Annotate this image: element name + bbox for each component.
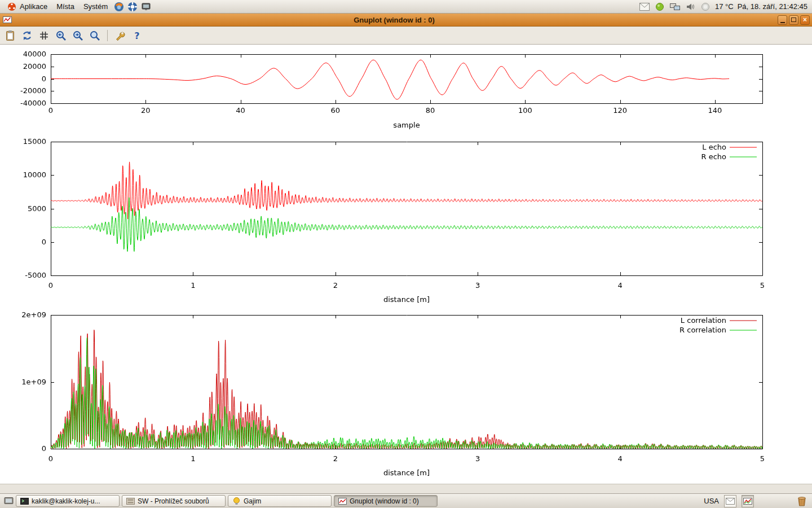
configure-button[interactable] xyxy=(113,29,127,42)
taskbar-item-gnuplot[interactable]: Gnuplot (window id : 0) xyxy=(334,495,438,507)
mail-tray-icon[interactable] xyxy=(724,495,736,507)
ubuntu-logo-icon xyxy=(7,2,17,12)
help-button[interactable]: ? xyxy=(130,29,144,42)
weather-icon[interactable] xyxy=(700,1,711,12)
zoom-default-button[interactable] xyxy=(88,29,102,42)
menu-places-label: Místa xyxy=(56,2,74,11)
gnuplot-plots-canvas xyxy=(0,45,812,484)
menu-applications-label: Aplikace xyxy=(20,2,47,11)
taskbar-item-gajim[interactable]: Gajim xyxy=(228,495,332,507)
taskbar-item-label: kaklik@kaklik-kolej-u... xyxy=(32,497,100,505)
gnuplot-plot-area xyxy=(0,45,812,484)
close-button[interactable]: × xyxy=(800,15,810,25)
keyboard-layout-indicator[interactable]: USA xyxy=(704,497,719,505)
menu-system-label: Systém xyxy=(83,2,108,11)
copy-plot-button[interactable] xyxy=(3,29,17,42)
window-titlebar[interactable]: Gnuplot (window id : 0) × xyxy=(0,14,812,27)
minimize-button[interactable] xyxy=(778,15,787,25)
bottom-panel: kaklik@kaklik-kolej-u... SW - Prohlížeč … xyxy=(0,493,812,508)
taskbar-item-terminal[interactable]: kaklik@kaklik-kolej-u... xyxy=(16,495,120,507)
terminal-icon xyxy=(20,497,29,506)
toggle-grid-button[interactable] xyxy=(37,29,51,42)
taskbar-item-label: Gnuplot (window id : 0) xyxy=(350,497,419,505)
maximize-icon xyxy=(791,17,796,22)
gajim-icon xyxy=(232,497,241,506)
svg-text:?: ? xyxy=(134,30,139,41)
bottom-panel-tray: USA xyxy=(704,494,810,508)
window-bottom-border xyxy=(0,484,812,493)
help-launcher-icon[interactable] xyxy=(126,1,139,13)
minimize-icon xyxy=(780,22,785,23)
taskbar-item-file-manager[interactable]: SW - Prohlížeč souborů xyxy=(122,495,226,507)
mail-notification-icon[interactable] xyxy=(639,1,650,12)
monitor-launcher-icon[interactable] xyxy=(139,1,153,13)
gnuplot-toolbar: ? xyxy=(0,27,812,45)
temperature-label[interactable]: 17 °C xyxy=(715,2,734,11)
taskbar-item-label: Gajim xyxy=(244,497,261,505)
volume-icon[interactable] xyxy=(685,1,696,12)
panel-menus: Aplikace Místa Systém xyxy=(2,0,153,13)
toolbar-separator xyxy=(107,30,108,41)
menu-system[interactable]: Systém xyxy=(79,0,112,13)
menu-applications[interactable]: Aplikace xyxy=(2,0,52,13)
zoom-next-button[interactable] xyxy=(71,29,85,42)
show-desktop-icon[interactable] xyxy=(2,495,16,507)
gajim-status-icon[interactable] xyxy=(654,1,665,12)
taskbar-item-label: SW - Prohlížeč souborů xyxy=(138,497,209,505)
file-manager-icon xyxy=(126,497,135,506)
gnuplot-icon xyxy=(338,497,347,506)
gnuplot-window-icon xyxy=(2,15,12,25)
desktop: Aplikace Místa Systém xyxy=(0,0,812,508)
system-tray: 17 °C Pá, 18. září, 21:42:45 xyxy=(639,0,810,13)
replot-button[interactable] xyxy=(20,29,34,42)
clock[interactable]: Pá, 18. září, 21:42:45 xyxy=(738,2,807,11)
menu-places[interactable]: Místa xyxy=(52,0,79,13)
firefox-launcher-icon[interactable] xyxy=(112,1,126,13)
trash-icon[interactable] xyxy=(795,494,809,508)
top-panel: Aplikace Místa Systém xyxy=(0,0,812,14)
window-title: Gnuplot (window id : 0) xyxy=(12,16,776,24)
maximize-button[interactable] xyxy=(789,15,798,25)
chart-tray-icon[interactable] xyxy=(742,495,754,507)
zoom-previous-button[interactable] xyxy=(54,29,68,42)
network-monitor-icon[interactable] xyxy=(669,1,681,12)
